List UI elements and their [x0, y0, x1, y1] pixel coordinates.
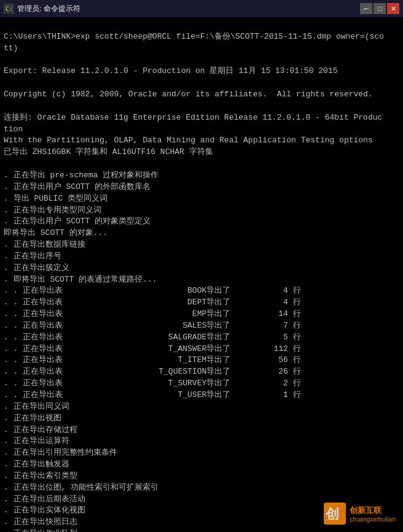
terminal-line: . 正在导出触发器 [4, 459, 399, 471]
terminal-line: . 正在导出 pre-schema 过程对象和操作 [4, 170, 399, 182]
close-button[interactable]: ✕ [387, 3, 399, 14]
watermark-logo-icon: 创 [324, 503, 346, 525]
svg-text:创: 创 [325, 506, 339, 522]
terminal-line: . 正在导出位图, 功能性索引和可扩展索引 [4, 482, 399, 494]
terminal-line: . . 正在导出表 T_ANSWER导出了 112 行 [4, 344, 399, 355]
window: C:\ 管理员: 命令提示符 ─ □ ✕ C:\Users\THINK>exp … [0, 0, 403, 532]
terminal-line: . 正在导出索引类型 [4, 471, 399, 482]
watermark-text: 创新互联 chuangxinhuilian [350, 505, 396, 523]
terminal-line: . 即将导出 SCOTT 的表通过常规路径... [4, 274, 399, 286]
terminal-line [4, 158, 399, 170]
terminal-line: 连接到: Oracle Database 11g Enterprise Edit… [4, 112, 399, 124]
terminal-line: . . 正在导出表 SALGRADE导出了 5 行 [4, 332, 399, 344]
terminal-line: . . 正在导出表 BOOK导出了 4 行 [4, 285, 399, 297]
title-bar-title: 管理员: 命令提示符 [17, 4, 80, 14]
terminal-output: C:\Users\THINK>exp scott/sheep@ORCL file… [4, 20, 399, 532]
terminal-line: . . 正在导出表 T_QUESTION导出了 26 行 [4, 366, 399, 378]
terminal-line: tion [4, 124, 399, 136]
terminal-line: 即将导出 SCOTT 的对象... [4, 228, 399, 239]
terminal-line: . 导出 PUBLIC 类型同义词 [4, 193, 399, 205]
minimize-button[interactable]: ─ [360, 3, 372, 14]
terminal-line: . 正在导出簇定义 [4, 263, 399, 274]
terminal-line: . 正在导出专用类型同义词 [4, 205, 399, 217]
terminal-line: . . 正在导出表 SALES导出了 7 行 [4, 320, 399, 332]
restore-button[interactable]: □ [374, 3, 386, 14]
terminal-line: . 正在导出同义词 [4, 401, 399, 413]
terminal-line: With the Partitioning, OLAP, Data Mining… [4, 135, 399, 147]
terminal-line: . . 正在导出表 T_ITEM导出了 56 行 [4, 355, 399, 366]
terminal-line: . 正在导出序号 [4, 251, 399, 263]
title-bar-controls: ─ □ ✕ [360, 3, 399, 14]
terminal-icon: C:\ [4, 4, 14, 13]
terminal-line [4, 77, 399, 89]
terminal-line: . 正在导出用户 SCOTT 的对象类型定义 [4, 216, 399, 228]
terminal-line [4, 55, 399, 66]
terminal-line: . 正在导出用户 SCOTT 的外部函数库名 [4, 182, 399, 193]
title-bar-left: C:\ 管理员: 命令提示符 [4, 4, 80, 14]
terminal-line: Copyright (c) 1982, 2009, Oracle and/or … [4, 89, 399, 101]
terminal-line: . 正在导出运算符 [4, 436, 399, 447]
terminal-line: . 正在导出视图 [4, 413, 399, 425]
title-bar: C:\ 管理员: 命令提示符 ─ □ ✕ [0, 0, 403, 17]
terminal-body: C:\Users\THINK>exp scott/sheep@ORCL file… [0, 17, 403, 532]
terminal-line: . . 正在导出表 T_USER导出了 1 行 [4, 390, 399, 401]
terminal-line: . 正在导出引用完整性约束条件 [4, 447, 399, 459]
terminal-line: . . 正在导出表 DEPT导出了 4 行 [4, 297, 399, 309]
terminal-line: 已导出 ZHS16GBK 字符集和 AL16UTF16 NCHAR 字符集 [4, 147, 399, 158]
terminal-line: C:\Users\THINK>exp scott/sheep@ORCL file… [4, 31, 399, 43]
watermark: 创 创新互联 chuangxinhuilian [324, 503, 396, 525]
terminal-line: . 正在导出存储过程 [4, 425, 399, 436]
terminal-line: . 正在导出数据库链接 [4, 239, 399, 251]
terminal-line: Export: Release 11.2.0.1.0 - Production … [4, 66, 399, 77]
terminal-line: . 正在导出作业队列 [4, 528, 399, 532]
terminal-line [4, 20, 399, 31]
terminal-line: . . 正在导出表 T_SURVEY导出了 2 行 [4, 378, 399, 390]
terminal-line: tt) [4, 43, 399, 55]
terminal-line: . . 正在导出表 EMP导出了 14 行 [4, 309, 399, 320]
svg-text:C:\: C:\ [6, 6, 13, 12]
terminal-line [4, 101, 399, 112]
